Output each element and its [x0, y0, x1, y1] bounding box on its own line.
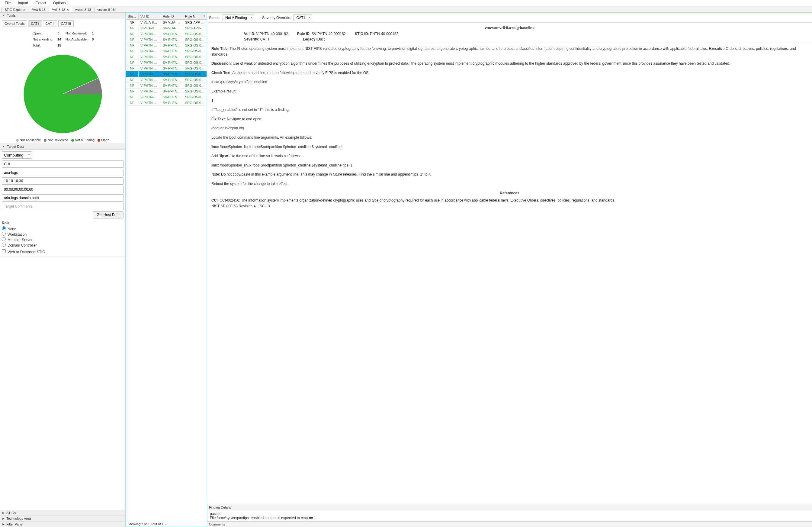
tab-label: STIG Explorer: [4, 8, 26, 12]
table-row[interactable]: NFV-PHTN-40...SV-PHTN-40-...SRG-OS-00048…: [126, 94, 207, 100]
stig-title: vmware-vrli-8.x-stig-baseline: [212, 26, 808, 30]
cell-rule-name: SRG-APP-0001...: [183, 25, 207, 31]
fix-text: linux /boot/$photon_linux root=$rootpart…: [212, 144, 808, 150]
table-row[interactable]: NFV-PHTN-40...SV-PHTN-40-...SRG-OS-00036…: [126, 83, 207, 88]
tab-vrslcm[interactable]: vrslcm-8-18: [94, 6, 118, 12]
chevron-right-icon: ▶: [2, 523, 4, 526]
col-vul-id[interactable]: Vul ID: [139, 13, 161, 19]
tab-overall[interactable]: Overall Totals: [2, 20, 27, 27]
tech-area-accordion[interactable]: ▶Technology Area: [0, 515, 125, 521]
stat-value: 0: [57, 30, 64, 36]
tab-stig-explorer[interactable]: STIG Explorer: [1, 6, 29, 12]
tab-cat2[interactable]: CAT II: [43, 20, 57, 27]
finding-details-box[interactable]: passed File /proc/sys/crypto/fips_enable…: [207, 510, 812, 522]
totals-stats: Open: 0 Not Reviewed: 1 Not a Finding: 1…: [32, 30, 98, 49]
meta-value: PHTN-40-000182: [370, 32, 398, 36]
meta-label: Severity: [244, 37, 258, 41]
cell-status: NF: [126, 54, 139, 59]
finding-text: File /proc/sys/crypto/fips_enabled conte…: [210, 516, 809, 520]
rules-body[interactable]: NRV-VLIA-8X-...SV-VLIA-8X-0...SRG-APP-00…: [126, 20, 207, 521]
menu-import[interactable]: Import: [15, 0, 31, 6]
stat-value: 0: [92, 37, 97, 42]
pie-legend: Not Applicable Not Reviewed Not a Findin…: [16, 138, 109, 142]
target-comments-input[interactable]: [2, 203, 124, 210]
cell-rule-id: SV-PHTN-40-...: [161, 100, 183, 105]
table-row[interactable]: NFV-PHTN-40...SV-PHTN-40-...SRG-OS-00027…: [126, 54, 207, 60]
role-title: Role: [2, 221, 124, 225]
document-tabs: STIG Explorer *vra-8-18 *vrli-8-18✕ vrop…: [0, 6, 812, 13]
role-none[interactable]: None: [2, 226, 124, 231]
cell-rule-name: SRG-OS-00047...: [183, 71, 207, 77]
role-domain-controller[interactable]: Domain Controller: [2, 243, 124, 247]
table-row[interactable]: NFV-PHTN-40...SV-PHTN-40-...SRG-OS-00036…: [126, 66, 207, 71]
tab-vra[interactable]: *vra-8-18: [29, 6, 49, 12]
target-fqdn-input[interactable]: [2, 194, 124, 202]
legend-label: Not Applicable: [20, 138, 41, 142]
table-row[interactable]: NFV-PHTN-40...SV-PHTN-40-...SRG-OS-00032…: [126, 60, 207, 66]
menu-file[interactable]: File: [2, 0, 14, 6]
table-row[interactable]: NFV-PHTN-40...SV-PHTN-40-...SRG-OS-00025…: [126, 100, 207, 106]
get-host-data-button[interactable]: Get Host Data: [93, 211, 124, 218]
swatch-na-icon: [16, 139, 19, 142]
tab-vrli[interactable]: *vrli-8-18✕: [48, 6, 72, 12]
role-workstation[interactable]: Workstation: [2, 232, 124, 237]
fix-text: linux /boot/$photon_linux root=$rootpart…: [212, 162, 808, 168]
section-title: Target Data: [7, 145, 24, 148]
filter-panel-accordion[interactable]: ▶Filter Panel: [0, 521, 125, 527]
col-rule-id[interactable]: Rule ID: [161, 13, 183, 19]
target-hostname-input[interactable]: [2, 169, 124, 176]
cell-rule-name: SRG-OS-00036...: [183, 83, 207, 88]
chevron-down-icon: ▼: [2, 14, 5, 17]
cell-rule-id: SV-PHTN-40-...: [161, 94, 183, 100]
severity-override-select[interactable]: CAT I: [293, 14, 312, 21]
table-row[interactable]: NRV-VLIA-8X-...SV-VLIA-8X-0...SRG-APP-00…: [126, 20, 207, 25]
close-icon[interactable]: ✕: [67, 8, 69, 12]
stat-label: Not Reviewed:: [66, 30, 91, 36]
target-ip-input[interactable]: [2, 177, 124, 185]
table-row[interactable]: NFV-PHTN-40...SV-PHTN-40-...SRG-OS-00047…: [126, 71, 207, 77]
target-data-header[interactable]: ▼Target Data: [0, 144, 125, 149]
col-rule-name[interactable]: Rule Name: [183, 13, 202, 19]
field-label: Check Text: [212, 71, 230, 75]
menu-options[interactable]: Options: [50, 0, 69, 6]
table-row[interactable]: NFV-PHTN-40...SV-PHTN-40-...SRG-OS-00007…: [126, 37, 207, 43]
totals-header[interactable]: ▼Totals: [0, 13, 125, 18]
target-classification-input[interactable]: [2, 160, 124, 168]
cell-rule-name: SRG-OS-00036...: [183, 66, 207, 71]
cell-vul-id: V-PHTN-40...: [139, 37, 161, 42]
tab-cat1[interactable]: CAT I: [28, 20, 42, 27]
target-category-select[interactable]: Computing: [2, 152, 32, 159]
tab-cat3[interactable]: CAT III: [58, 20, 74, 27]
cell-status: NF: [126, 83, 139, 88]
menu-export[interactable]: Export: [32, 0, 49, 6]
col-status[interactable]: Status: [126, 13, 139, 19]
meta-value: SV-PHTN-40-000182: [311, 32, 346, 36]
status-select[interactable]: Not A Finding: [222, 14, 254, 21]
stat-label: Not Applicable:: [66, 37, 91, 42]
stigs-accordion[interactable]: ▶STIGs: [0, 510, 125, 515]
cell-rule-name: SRG-OS-00048...: [183, 94, 207, 100]
tab-label: *vra-8-18: [32, 8, 46, 12]
cell-status: NF: [126, 48, 139, 54]
tab-vrops[interactable]: vrops-8-18: [72, 6, 95, 12]
table-row[interactable]: NFV-PHTN-40...SV-PHTN-40-...SRG-OS-00003…: [126, 31, 207, 37]
detail-body[interactable]: Rule Title: The Photon operating system …: [207, 43, 812, 504]
comments-label: Comments: [207, 522, 812, 527]
cell-status: NF: [126, 66, 139, 71]
table-row[interactable]: NFV-VLIA-8X-...SV-VLIA-8X-0...SRG-APP-00…: [126, 25, 207, 31]
stat-value: 14: [57, 37, 64, 42]
target-mac-input[interactable]: [2, 186, 124, 193]
cell-rule-name: SRG-OS-00025...: [183, 48, 207, 54]
cell-vul-id: V-PHTN-40...: [139, 66, 161, 71]
detail-panel: Status: Not A Finding Severity Override:…: [207, 13, 812, 527]
table-row[interactable]: NFV-PHTN-40...SV-PHTN-40-...SRG-OS-00048…: [126, 77, 207, 83]
cell-rule-name: SRG-OS-00027...: [183, 54, 207, 59]
role-member-server[interactable]: Member Server: [2, 237, 124, 242]
table-row[interactable]: NFV-PHTN-40...SV-PHTN-40-...SRG-OS-00007…: [126, 43, 207, 48]
table-row[interactable]: NFV-PHTN-40...SV-PHTN-40-...SRG-OS-00048…: [126, 88, 207, 94]
web-db-stig-checkbox[interactable]: Web or Database STIG: [2, 249, 124, 254]
add-column-icon[interactable]: +: [202, 13, 207, 19]
cell-status: NR: [126, 20, 139, 25]
table-row[interactable]: NFV-PHTN-40...SV-PHTN-40-...SRG-OS-00025…: [126, 48, 207, 54]
cell-vul-id: V-PHTN-40...: [139, 48, 161, 54]
